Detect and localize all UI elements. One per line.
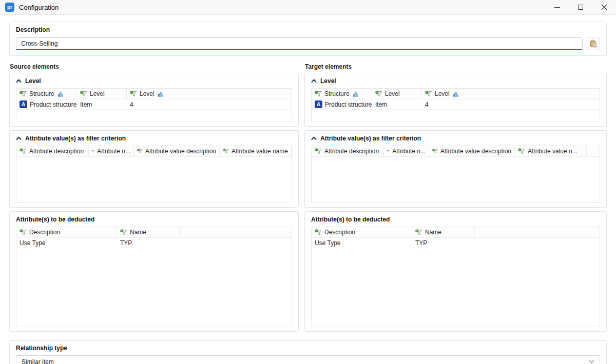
column-header-empty [587, 146, 600, 156]
column-header-name[interactable]: Name [412, 227, 475, 237]
column-label: Attribute value description [145, 148, 216, 155]
collapse-icon[interactable] [16, 78, 22, 83]
filter-icon[interactable] [415, 229, 422, 235]
column-header-level[interactable]: Level [372, 89, 422, 99]
source-level-title: Level [25, 77, 41, 85]
column-header-attribute-name[interactable]: Attribute n... [89, 146, 134, 156]
column-header-level[interactable]: Level [77, 89, 127, 99]
collapse-icon[interactable] [16, 136, 22, 140]
cell-description: Use Type [312, 238, 412, 248]
column-header-level-number[interactable]: Level 2 [127, 89, 178, 99]
target-level-panel: Level Structure 1 Level [304, 73, 607, 127]
column-label: Level [385, 90, 400, 97]
filter-icon[interactable] [315, 91, 322, 97]
table-row[interactable]: Use Type TYP [312, 238, 600, 248]
column-header-attribute-value-description[interactable]: Attribute value description [429, 146, 515, 156]
target-level-title: Level [320, 77, 336, 85]
cell-description: Use Type [16, 238, 117, 248]
column-label: Attribute n... [392, 148, 426, 155]
description-input[interactable] [16, 37, 583, 50]
column-label: Attribute value description [440, 148, 511, 155]
maximize-button[interactable] [569, 0, 592, 14]
close-button[interactable] [592, 0, 616, 14]
column-label: Description [324, 229, 355, 236]
svg-text:2: 2 [453, 93, 455, 97]
relationship-type-value: Similar item [22, 358, 54, 364]
filter-icon[interactable] [425, 91, 432, 97]
filter-icon[interactable] [223, 148, 229, 154]
target-deducted-table: Description Name Use Type TYP [311, 227, 600, 327]
target-filter-panel: Attribute value(s) as filter criterion A… [304, 130, 607, 208]
table-row[interactable]: AProduct structure Item 4 [16, 99, 292, 110]
column-label: Attribute value n... [528, 148, 578, 155]
sort-ascending-icon: 1 [57, 91, 64, 97]
source-filter-title: Attribute value(s) as filter criterion [25, 135, 126, 142]
source-filter-panel: Attribute value(s) as filter criterion A… [9, 130, 299, 208]
collapse-icon[interactable] [311, 136, 317, 140]
column-header-attribute-value-name[interactable]: Attribute value n... [515, 146, 587, 156]
paste-button[interactable] [587, 37, 600, 50]
column-header-description[interactable]: Description [16, 227, 117, 237]
attribute-type-icon: A [20, 100, 27, 108]
table-row[interactable]: Use Type TYP [16, 238, 292, 248]
column-header-attribute-name[interactable]: Attribute n... [384, 146, 429, 156]
column-label: Structure [324, 90, 350, 97]
description-section: Description [9, 22, 607, 56]
column-header-level-number[interactable]: Level 2 [422, 89, 473, 99]
filter-icon[interactable] [20, 91, 27, 97]
target-elements-column: Target elements Level Structure 1 [304, 62, 607, 335]
column-header-description[interactable]: Description [312, 227, 412, 237]
column-header-empty [178, 89, 292, 99]
cell-level: Item [77, 99, 127, 109]
filter-icon[interactable] [518, 148, 525, 154]
window-title: Configuration [19, 4, 59, 11]
filter-icon[interactable] [315, 229, 322, 235]
filter-icon[interactable] [80, 91, 87, 97]
target-filter-title: Attribute value(s) as filter criterion [320, 135, 421, 142]
filter-icon[interactable] [375, 91, 382, 97]
cell-name: TYP [412, 238, 475, 248]
column-header-name[interactable]: Name [117, 227, 180, 237]
filter-icon[interactable] [20, 229, 27, 235]
cell-level-number: 4 [127, 99, 178, 109]
column-header-attribute-value-description[interactable]: Attribute value description [134, 146, 220, 156]
column-header-attribute-description[interactable]: Attribute description [312, 146, 384, 156]
column-header-empty [475, 227, 600, 237]
filter-icon[interactable] [315, 148, 322, 154]
target-deducted-panel: Attribute(s) to be deducted Description … [304, 211, 607, 332]
chevron-down-icon [589, 360, 594, 363]
column-header-structure[interactable]: Structure 1 [312, 89, 372, 99]
relationship-type-select[interactable]: Similar item [16, 355, 600, 364]
description-label: Description [16, 26, 600, 33]
app-icon: pr [5, 3, 14, 12]
relationship-type-label: Relationship type [16, 345, 600, 352]
collapse-icon[interactable] [311, 78, 317, 83]
filter-icon[interactable] [432, 148, 438, 154]
minimize-button[interactable] [545, 0, 569, 14]
column-label: Attribute description [29, 148, 84, 155]
source-filter-table: Attribute description Attribute n... Att… [16, 146, 292, 203]
column-label: Level [90, 90, 105, 97]
filter-icon[interactable] [387, 148, 390, 154]
target-level-table: Structure 1 Level Level 2 [311, 88, 600, 122]
filter-icon[interactable] [137, 148, 143, 154]
clipboard-icon [589, 39, 598, 48]
column-header-attribute-value-name[interactable]: Attribute value name [220, 146, 292, 156]
column-label: Structure [29, 90, 54, 97]
table-row[interactable]: AProduct structure Item 4 [312, 99, 600, 110]
column-label: Name [425, 229, 441, 236]
column-header-structure[interactable]: Structure 1 [16, 89, 77, 99]
column-label: Attribute n... [97, 148, 130, 155]
filter-icon[interactable] [120, 229, 127, 235]
source-level-panel: Level Structure 1 Level [9, 73, 299, 127]
column-header-attribute-description[interactable]: Attribute description [16, 146, 89, 156]
filter-icon[interactable] [92, 148, 94, 154]
column-label: Level [140, 90, 155, 97]
filter-icon[interactable] [130, 91, 137, 97]
source-elements-column: Source elements Level Structure 1 [9, 62, 299, 335]
cell-level-number: 4 [422, 99, 473, 109]
column-label: Attribute value name [232, 148, 288, 155]
column-label: Attribute description [324, 148, 379, 155]
filter-icon[interactable] [20, 148, 27, 154]
dialog-content: Description Source elements Level [0, 15, 616, 364]
